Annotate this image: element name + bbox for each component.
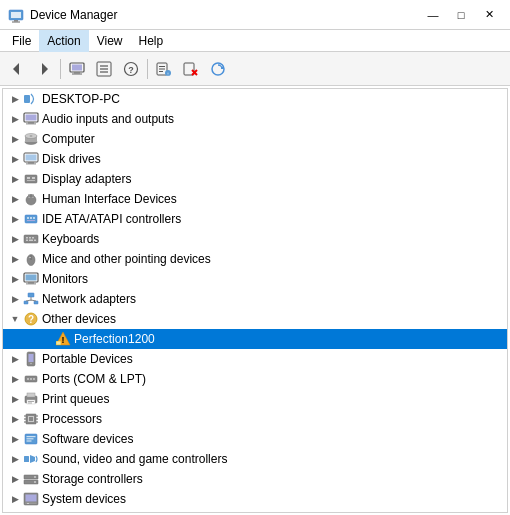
toolbar-uninstall-button[interactable] — [178, 56, 204, 82]
toolbar-computer-button[interactable] — [64, 56, 90, 82]
expand-audio[interactable]: ▶ — [7, 91, 23, 107]
tree-label-monitors: Monitors — [42, 272, 88, 286]
tree-item-disk[interactable]: ▶ Computer — [3, 129, 507, 149]
processors-icon — [23, 411, 39, 427]
tree-label-perfection: Perfection1200 — [74, 332, 155, 346]
svg-rect-52 — [27, 220, 35, 221]
expand-hid[interactable]: ▶ — [7, 191, 23, 207]
tree-item-computer-cat[interactable]: ▶ Audio inputs and outputs — [3, 109, 507, 129]
expand-monitors[interactable]: ▶ — [7, 271, 23, 287]
expand-usb[interactable]: ▼ — [7, 511, 23, 513]
svg-line-71 — [26, 300, 31, 301]
toolbar-update-button[interactable]: ↑ — [151, 56, 177, 82]
svg-rect-103 — [27, 440, 32, 441]
tree-item-keyboards[interactable]: ▶ Keyboards — [3, 229, 507, 249]
tree-label-usb: Universal Serial Bus controllers — [42, 512, 209, 513]
svg-rect-68 — [24, 301, 28, 304]
expand-processors[interactable]: ▶ — [7, 411, 23, 427]
svg-rect-9 — [72, 73, 82, 74]
tree-view[interactable]: ▶ DESKTOP-PC ▶ Audio inputs and outp — [2, 88, 508, 513]
toolbar-back-button[interactable] — [4, 56, 30, 82]
svg-rect-27 — [24, 95, 30, 103]
keyboard-icon — [23, 231, 39, 247]
expand-sound[interactable]: ▶ — [7, 451, 23, 467]
tree-item-usb[interactable]: ▼ Universal Serial Bus controllers — [3, 509, 507, 513]
tree-item-mice[interactable]: ▶ Mice and other pointing devices — [3, 249, 507, 269]
tree-item-display[interactable]: ▶ Disk drives — [3, 149, 507, 169]
toolbar-forward-button[interactable] — [31, 56, 57, 82]
menu-help[interactable]: Help — [131, 30, 172, 52]
maximize-button[interactable]: □ — [448, 5, 474, 25]
svg-rect-38 — [28, 162, 34, 164]
expand-ports[interactable]: ▶ — [7, 371, 23, 387]
tree-label-hid: Human Interface Devices — [42, 192, 177, 206]
svg-rect-43 — [27, 180, 35, 181]
tree-item-network[interactable]: ▶ Network adapters — [3, 289, 507, 309]
tree-item-firmware[interactable]: ▶ Display adapters — [3, 169, 507, 189]
expand-display[interactable]: ▶ — [7, 151, 23, 167]
svg-rect-37 — [26, 155, 37, 161]
expand-keyboards[interactable]: ▶ — [7, 231, 23, 247]
expand-storage[interactable]: ▶ — [7, 471, 23, 487]
expand-ide[interactable]: ▶ — [7, 211, 23, 227]
toolbar-scan-button[interactable] — [205, 56, 231, 82]
portable-icon — [23, 351, 39, 367]
expand-disk[interactable]: ▶ — [7, 131, 23, 147]
svg-rect-65 — [28, 282, 34, 284]
toolbar-showall-button[interactable] — [91, 56, 117, 82]
tree-item-portable[interactable]: ▶ Portable Devices — [3, 349, 507, 369]
menu-action[interactable]: Action — [39, 30, 88, 52]
tree-label-other: Other devices — [42, 312, 116, 326]
tree-item-system[interactable]: ▶ System devices — [3, 489, 507, 509]
svg-rect-1 — [11, 12, 21, 18]
tree-label-display: Disk drives — [42, 152, 101, 166]
expand-other[interactable]: ▼ — [7, 311, 23, 327]
tree-item-print[interactable]: ▶ Print queues — [3, 389, 507, 409]
tree-item-software[interactable]: ▶ Software devices — [3, 429, 507, 449]
tree-item-sound[interactable]: ▶ Sound, video and game controllers — [3, 449, 507, 469]
tree-item-hid[interactable]: ▶ Human Interface Devices — [3, 189, 507, 209]
system-icon — [23, 491, 39, 507]
svg-rect-17 — [159, 66, 165, 67]
tree-label-print: Print queues — [42, 392, 109, 406]
tree-label-disk: Computer — [42, 132, 95, 146]
menu-view[interactable]: View — [89, 30, 131, 52]
svg-rect-102 — [27, 438, 34, 439]
tree-item-ide[interactable]: ▶ IDE ATA/ATAPI controllers — [3, 209, 507, 229]
menu-file[interactable]: File — [4, 30, 39, 52]
expand-print[interactable]: ▶ — [7, 391, 23, 407]
tree-label-processors: Processors — [42, 412, 102, 426]
app-icon — [8, 7, 24, 23]
tree-item-ports[interactable]: ▶ Ports (COM & LPT) — [3, 369, 507, 389]
svg-rect-40 — [25, 175, 37, 183]
expand-system[interactable]: ▶ — [7, 491, 23, 507]
svg-rect-67 — [28, 293, 34, 297]
expand-mice[interactable]: ▶ — [7, 251, 23, 267]
tree-item-storage[interactable]: ▶ Storage controllers — [3, 469, 507, 489]
svg-text:↑: ↑ — [167, 70, 170, 76]
toolbar-help-button[interactable]: ? — [118, 56, 144, 82]
svg-rect-62 — [29, 257, 31, 258]
tree-label-mice: Mice and other pointing devices — [42, 252, 211, 266]
display-icon — [23, 151, 39, 167]
monitors-icon — [23, 271, 39, 287]
minimize-button[interactable]: — — [420, 5, 446, 25]
tree-item-processors[interactable]: ▶ Processors — [3, 409, 507, 429]
tree-item-audio[interactable]: ▶ DESKTOP-PC — [3, 89, 507, 109]
tree-label-software: Software devices — [42, 432, 133, 446]
tree-item-monitors[interactable]: ▶ Monitors — [3, 269, 507, 289]
svg-rect-8 — [74, 72, 80, 74]
expand-computer[interactable]: ▶ — [7, 111, 23, 127]
svg-rect-57 — [26, 240, 28, 242]
expand-software[interactable]: ▶ — [7, 431, 23, 447]
svg-rect-112 — [27, 503, 29, 504]
svg-rect-93 — [29, 417, 33, 421]
close-button[interactable]: ✕ — [476, 5, 502, 25]
expand-network[interactable]: ▶ — [7, 291, 23, 307]
tree-item-perfection[interactable]: ! Perfection1200 — [3, 329, 507, 349]
expand-portable[interactable]: ▶ — [7, 351, 23, 367]
tree-item-other[interactable]: ▼ ? Other devices — [3, 309, 507, 329]
svg-rect-54 — [26, 237, 28, 239]
expand-firmware[interactable]: ▶ — [7, 171, 23, 187]
ide-icon — [23, 211, 39, 227]
